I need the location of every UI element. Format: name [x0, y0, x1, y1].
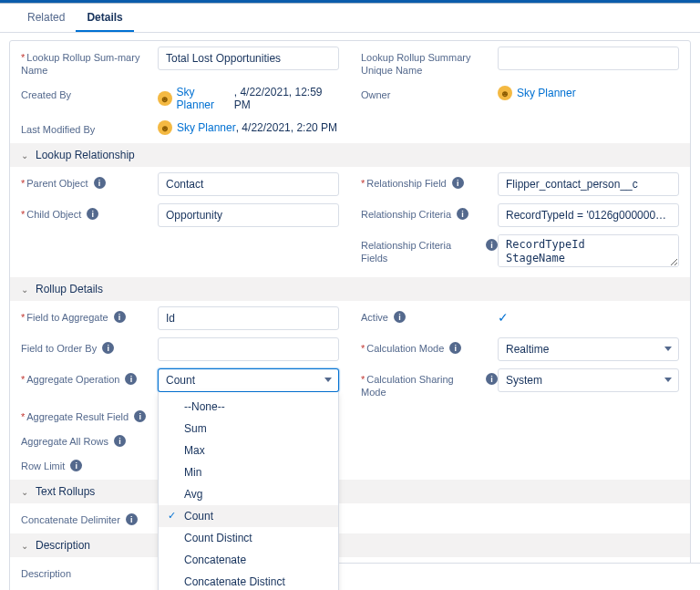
label-aggregate-operation: Aggregate Operation: [21, 373, 119, 386]
label-description: Description: [21, 567, 71, 580]
tab-related[interactable]: Related: [16, 4, 76, 32]
select-calculation-sharing[interactable]: System: [498, 368, 679, 392]
info-icon[interactable]: i: [114, 435, 126, 447]
info-icon[interactable]: i: [126, 513, 138, 525]
label-row-limit: Row Limit: [21, 460, 65, 472]
section-description[interactable]: ⌄ Description: [10, 533, 690, 557]
label-unique-name: Lookup Rollup Summary Unique Name: [361, 51, 498, 77]
label-last-modified: Last Modified By: [21, 123, 95, 136]
tabs-bar: Related Details: [0, 4, 700, 33]
dropdown-option[interactable]: Count: [159, 505, 338, 527]
tab-details[interactable]: Details: [76, 4, 133, 32]
textarea-relationship-criteria-fields[interactable]: [498, 234, 679, 267]
label-calculation-mode: Calculation Mode: [361, 342, 444, 355]
label-concat-delimiter: Concatenate Delimiter: [21, 513, 120, 526]
select-calculation-mode[interactable]: Realtime: [498, 337, 679, 361]
text-last-modified-date: , 4/22/2021, 2:20 PM: [236, 121, 337, 134]
dropdown-option[interactable]: Sum: [159, 418, 338, 440]
avatar-icon: ☻: [158, 91, 172, 106]
info-icon[interactable]: i: [457, 208, 468, 220]
info-icon[interactable]: i: [94, 177, 106, 189]
info-icon[interactable]: i: [102, 342, 114, 354]
checkbox-active[interactable]: ✓: [498, 311, 510, 324]
info-icon[interactable]: i: [452, 177, 464, 189]
info-icon[interactable]: i: [486, 373, 498, 385]
dropdown-option[interactable]: Count Distinct: [159, 527, 338, 549]
avatar-icon: ☻: [158, 120, 172, 135]
caret-down-icon: [664, 347, 672, 351]
dropdown-option[interactable]: Concatenate Distinct: [159, 571, 338, 590]
select-aggregate-operation[interactable]: Count --None--SumMaxMinAvgCountCount Dis…: [158, 368, 339, 392]
info-icon[interactable]: i: [449, 342, 461, 354]
section-text-title: Text Rollups: [36, 485, 95, 498]
link-last-modified-user[interactable]: Sky Planner: [177, 121, 236, 134]
dropdown-option[interactable]: Concatenate: [159, 549, 338, 571]
section-rollup-details[interactable]: ⌄ Rollup Details: [10, 277, 690, 301]
select-display[interactable]: Count: [158, 368, 339, 392]
link-owner-user[interactable]: Sky Planner: [517, 87, 576, 99]
dropdown-option[interactable]: --None--: [159, 396, 338, 418]
caret-down-icon: [324, 378, 332, 382]
select-display[interactable]: Realtime: [498, 337, 679, 361]
info-icon[interactable]: i: [114, 311, 126, 323]
label-aggregate-result-field: Aggregate Result Field: [21, 410, 129, 423]
section-rollup-title: Rollup Details: [36, 283, 103, 295]
label-active: Active: [361, 311, 388, 324]
dropdown-option[interactable]: Avg: [159, 483, 338, 505]
section-lookup-title: Lookup Relationship: [36, 149, 135, 161]
dropdown-aggregate-operation[interactable]: --None--SumMaxMinAvgCountCount DistinctC…: [158, 392, 339, 590]
info-icon[interactable]: i: [87, 208, 98, 220]
info-icon[interactable]: i: [125, 373, 137, 385]
link-created-by-user[interactable]: Sky Planner: [177, 86, 234, 111]
caret-down-icon: [664, 378, 672, 382]
info-icon[interactable]: i: [134, 410, 146, 422]
input-summary-name[interactable]: [158, 47, 339, 70]
label-relationship-criteria-fields: Relationship Criteria Fields: [361, 239, 480, 264]
label-field-to-order-by: Field to Order By: [21, 342, 97, 355]
details-card: Lookup Rollup Sum-mary Name Lookup Rollu…: [9, 40, 691, 590]
select-display[interactable]: System: [498, 368, 679, 392]
chevron-down-icon: ⌄: [21, 541, 28, 551]
label-child-object: Child Object: [21, 208, 81, 221]
chevron-down-icon: ⌄: [21, 150, 28, 160]
input-unique-name[interactable]: [498, 47, 679, 70]
input-field-to-order-by[interactable]: [158, 337, 339, 361]
input-relationship-field[interactable]: [498, 172, 679, 196]
input-parent-object[interactable]: [158, 172, 339, 196]
info-icon[interactable]: i: [394, 311, 406, 323]
input-child-object[interactable]: [158, 203, 339, 227]
info-icon[interactable]: i: [486, 239, 498, 251]
info-icon[interactable]: i: [70, 460, 82, 471]
label-relationship-field: Relationship Field: [361, 177, 447, 190]
label-field-to-aggregate: Field to Aggregate: [21, 311, 108, 324]
label-aggregate-all-rows: Aggregate All Rows: [21, 435, 108, 448]
label-calculation-sharing: Calculation Sharing Mode: [361, 373, 480, 399]
input-relationship-criteria[interactable]: [498, 203, 679, 227]
label-parent-object: Parent Object: [21, 177, 88, 190]
label-owner: Owner: [361, 88, 390, 101]
input-field-to-aggregate[interactable]: [158, 306, 339, 330]
section-text-rollups[interactable]: ⌄ Text Rollups: [10, 480, 690, 503]
label-relationship-criteria: Relationship Criteria: [361, 208, 451, 221]
chevron-down-icon: ⌄: [21, 285, 28, 295]
label-created-by: Created By: [21, 88, 71, 101]
dropdown-option[interactable]: Max: [159, 440, 338, 461]
chevron-down-icon: ⌄: [21, 487, 28, 497]
section-desc-title: Description: [36, 539, 90, 552]
section-lookup-relationship[interactable]: ⌄ Lookup Relationship: [10, 143, 690, 167]
text-created-by-date: , 4/22/2021, 12:59 PM: [234, 86, 339, 111]
page-card: Related Details Lookup Rollup Sum-mary N…: [0, 0, 700, 590]
dropdown-option[interactable]: Min: [159, 461, 338, 483]
label-summary-name: Lookup Rollup Sum-mary Name: [21, 51, 158, 77]
avatar-icon: ☻: [498, 86, 512, 100]
